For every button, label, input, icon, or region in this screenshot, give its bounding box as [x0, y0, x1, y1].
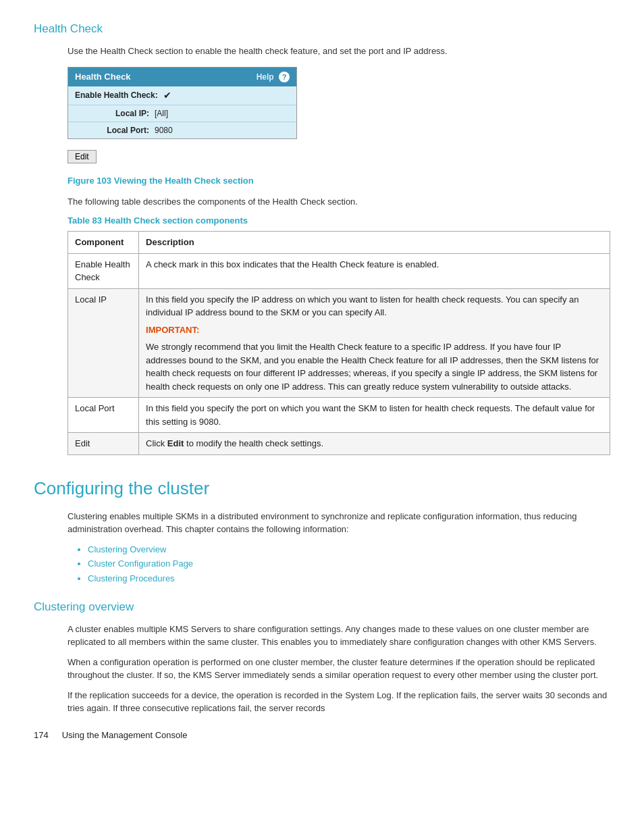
chapter-intro: Clustering enables multiple SKMs in a di…	[68, 510, 610, 536]
local-port-value: 9080	[155, 124, 173, 136]
clustering-overview-p2: When a configuration operation is perfor…	[68, 656, 610, 682]
health-check-table: Component Description Enable Health Chec…	[68, 231, 610, 455]
page-number: 174	[34, 729, 49, 742]
chapter-bullet-list: Clustering Overview Cluster Configuratio…	[88, 543, 610, 585]
health-check-intro: Use the Health Check section to enable t…	[68, 45, 610, 58]
description-cell: In this field you specify the IP address…	[139, 288, 610, 398]
list-item[interactable]: Clustering Overview	[88, 543, 610, 556]
table-caption: Table 83 Health Check section components	[68, 214, 610, 228]
ui-box-header: Health Check Help ?	[68, 68, 296, 86]
component-cell: Enable Health Check	[68, 253, 139, 288]
table-row: Local Port In this field you specify the…	[68, 398, 610, 433]
ui-box-title: Health Check	[75, 70, 130, 84]
table-desc: The following table describes the compon…	[68, 195, 610, 209]
enable-health-check-label: Enable Health Check:	[75, 89, 158, 101]
local-ip-label: Local IP:	[75, 107, 149, 120]
component-cell: Edit	[68, 433, 139, 455]
clustering-overview-heading: Clustering overview	[34, 598, 610, 616]
clustering-procedures-link[interactable]: Clustering Procedures	[88, 573, 175, 583]
ui-box-body: Enable Health Check: ✔ Local IP: [All] L…	[68, 86, 296, 138]
ui-box-help[interactable]: Help ?	[257, 71, 290, 83]
enable-health-check-value: ✔	[163, 88, 171, 103]
local-ip-value: [All]	[155, 107, 168, 120]
health-check-heading: Health Check	[34, 20, 610, 38]
table-row: Edit Click Edit to modify the health che…	[68, 433, 610, 455]
component-cell: Local Port	[68, 398, 139, 433]
col-component: Component	[68, 232, 139, 254]
page-footer: 174 Using the Management Console	[34, 729, 610, 742]
clustering-overview-link[interactable]: Clustering Overview	[88, 544, 166, 554]
ui-box-row-enable: Enable Health Check: ✔	[68, 86, 296, 105]
table-row: Local IP In this field you specify the I…	[68, 288, 610, 398]
ui-box-row-localip: Local IP: [All]	[68, 105, 296, 122]
help-icon[interactable]: ?	[279, 72, 290, 82]
ui-box-row-localport: Local Port: 9080	[68, 122, 296, 138]
clustering-overview-p3: If the replication succeeds for a device…	[68, 689, 610, 715]
help-label: Help	[257, 72, 274, 82]
footer-text: Using the Management Console	[62, 729, 188, 742]
description-cell: Click Edit to modify the health check se…	[139, 433, 610, 455]
important-label: IMPORTANT:	[146, 325, 199, 335]
cluster-config-page-link[interactable]: Cluster Configuration Page	[88, 558, 193, 569]
edit-inline-bold: Edit	[167, 438, 184, 448]
figure-caption: Figure 103 Viewing the Health Check sect…	[68, 174, 610, 188]
local-port-label: Local Port:	[75, 124, 149, 136]
table-row: Enable Health Check A check mark in this…	[68, 253, 610, 288]
component-cell: Local IP	[68, 288, 139, 398]
clustering-overview-p1: A cluster enables multiple KMS Servers t…	[68, 623, 610, 649]
description-cell: A check mark in this box indicates that …	[139, 253, 610, 288]
edit-button[interactable]: Edit	[68, 150, 97, 163]
list-item[interactable]: Clustering Procedures	[88, 572, 610, 585]
col-description: Description	[139, 232, 610, 254]
list-item[interactable]: Cluster Configuration Page	[88, 557, 610, 571]
health-check-ui-box: Health Check Help ? Enable Health Check:…	[68, 67, 297, 139]
description-cell: In this field you specify the port on wh…	[139, 398, 610, 433]
chapter-heading: Configuring the cluster	[34, 475, 610, 502]
